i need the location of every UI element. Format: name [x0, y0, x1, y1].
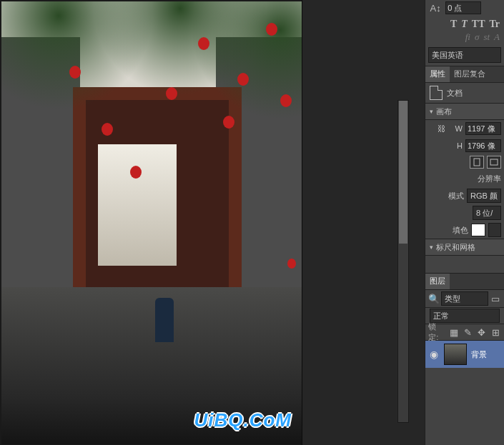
faux-italic-button[interactable]: T	[461, 19, 468, 30]
scrollbar-thumb[interactable]	[399, 101, 407, 244]
layer-thumbnail[interactable]	[444, 344, 467, 365]
fill-select[interactable]	[488, 223, 501, 237]
vertical-scrollbar[interactable]	[397, 100, 409, 423]
svg-rect-0	[474, 159, 480, 166]
fill-color-swatch[interactable]	[471, 224, 485, 236]
svg-rect-1	[490, 159, 498, 165]
ligatures-button[interactable]: fi	[465, 31, 470, 43]
all-caps-button[interactable]: TT	[472, 19, 485, 30]
width-label: W	[453, 124, 463, 133]
faux-bold-button[interactable]: T	[450, 19, 457, 30]
lock-pixels-icon[interactable]: ✎	[463, 326, 473, 339]
height-label: H	[453, 141, 463, 150]
bit-depth-select[interactable]: 8 位/	[473, 206, 501, 220]
mode-select[interactable]: RGB 颜	[467, 189, 501, 203]
lock-label: 锁定:	[428, 321, 445, 343]
baseline-shift-input[interactable]	[445, 1, 481, 14]
search-icon[interactable]: 🔍	[428, 292, 440, 305]
canvas-area: UiBQ.CoM	[0, 0, 425, 445]
tab-layer-comps[interactable]: 图层复合	[450, 66, 490, 82]
stylistic-button[interactable]: st	[483, 31, 490, 43]
language-value: 美国英语	[432, 50, 463, 61]
swash-button[interactable]: A	[494, 31, 500, 43]
section-canvas[interactable]: ▾ 画布	[425, 103, 504, 120]
filter-image-icon[interactable]: ▭	[490, 292, 501, 305]
layer-name[interactable]: 背景	[471, 349, 487, 360]
tab-layers[interactable]: 图层	[425, 274, 450, 289]
visibility-toggle-icon[interactable]: ◉	[428, 349, 440, 360]
orientation-landscape-button[interactable]	[487, 156, 501, 169]
chevron-down-icon: ▾	[430, 244, 433, 251]
height-input[interactable]	[465, 139, 501, 152]
section-canvas-label: 画布	[436, 106, 452, 117]
lock-transparency-icon[interactable]: ▦	[448, 326, 459, 339]
blend-mode-select[interactable]: 正常	[430, 309, 500, 323]
baseline-shift-icon: A↕	[428, 1, 443, 14]
language-select[interactable]: 美国英语	[428, 47, 501, 63]
resolution-label: 分辨率	[478, 174, 501, 184]
link-dimensions-icon[interactable]: ⛓	[435, 124, 447, 133]
section-rulers-label: 标尺和网格	[436, 242, 475, 253]
document-label: 文档	[447, 88, 463, 99]
section-rulers[interactable]: ▾ 标尺和网格	[425, 239, 504, 256]
document-icon	[430, 86, 443, 100]
layer-filter-select[interactable]: 类型	[441, 291, 488, 306]
small-caps-button[interactable]: Tr	[489, 19, 500, 30]
lock-all-icon[interactable]: ⊞	[490, 326, 501, 339]
chevron-down-icon: ▾	[430, 108, 433, 115]
fill-label: 填色	[453, 225, 468, 236]
lock-position-icon[interactable]: ✥	[476, 326, 487, 339]
layer-row[interactable]: ◉ 背景	[425, 341, 504, 368]
mode-label: 模式	[448, 191, 464, 201]
width-input[interactable]	[465, 122, 501, 135]
photo-content: UiBQ.CoM	[1, 1, 302, 444]
document-canvas[interactable]: UiBQ.CoM	[0, 0, 302, 445]
alternates-button[interactable]: σ	[475, 31, 479, 43]
watermark: UiBQ.CoM	[194, 409, 292, 431]
orientation-portrait-button[interactable]	[470, 156, 484, 169]
tab-properties[interactable]: 属性	[425, 66, 450, 82]
